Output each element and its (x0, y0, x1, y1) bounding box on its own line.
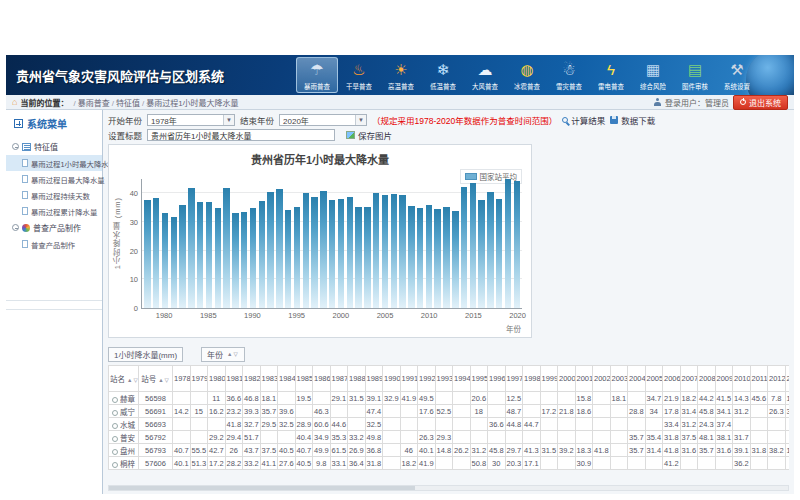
toolbar-item-wind[interactable]: ☁大风普查 (464, 57, 506, 93)
start-year-select[interactable]: 1978年 ▼ (147, 114, 235, 126)
toolbar-item-hail[interactable]: ◍冰雹普查 (506, 57, 548, 93)
sidebar-item-0-3[interactable]: 暴雨过程累计降水量 (6, 203, 102, 219)
chart-bar-2008 (408, 206, 414, 308)
sidebar-group-1[interactable]: 普查产品制作 (6, 219, 102, 236)
save-image-button[interactable]: 保存图片 (346, 129, 392, 141)
horizontal-scrollbar[interactable] (108, 485, 789, 491)
row-radio-button[interactable] (112, 410, 118, 416)
year-header-2005[interactable]: 2005 (645, 366, 663, 392)
row-radio-button[interactable] (112, 397, 118, 403)
download-button[interactable]: 数据下载 (610, 114, 655, 126)
year-header-2002[interactable]: 2002 (593, 366, 611, 392)
toolbar-item-rainstorm[interactable]: ☂暴雨普查 (296, 57, 338, 93)
year-header-2013[interactable]: 2013 (785, 366, 789, 392)
row-radio-button[interactable] (112, 436, 118, 442)
row-radio-button[interactable] (112, 423, 118, 429)
value-cell: 44.8 (505, 418, 523, 431)
value-cell: 49.5 (418, 392, 436, 405)
collapse-toggle-icon[interactable] (12, 224, 19, 231)
year-header-1987[interactable]: 1987 (330, 366, 348, 392)
breadcrumb-segment[interactable]: 暴雨普查 (78, 99, 110, 108)
year-header-1989[interactable]: 1989 (365, 366, 383, 392)
value-cell (698, 457, 716, 470)
value-cell (470, 431, 488, 444)
year-header-1995[interactable]: 1995 (470, 366, 488, 392)
year-header-2010[interactable]: 2010 (733, 366, 751, 392)
breadcrumb-segment[interactable]: 特征值 (116, 99, 140, 108)
year-header-1996[interactable]: 1996 (488, 366, 506, 392)
year-header-2004[interactable]: 2004 (628, 366, 646, 392)
toolbar-item-snow[interactable]: ☃雪灾普查 (548, 57, 590, 93)
value-cell: 55.5 (190, 444, 208, 457)
toolbar-item-lightning[interactable]: ϟ雷电普查 (590, 57, 632, 93)
year-header-1979[interactable]: 1979 (190, 366, 208, 392)
chart-title-input[interactable] (147, 129, 335, 141)
year-header-1986[interactable]: 1986 (313, 366, 331, 392)
y-axis-label: 1小时降水量 (mm) (112, 197, 123, 269)
end-year-select[interactable]: 2020年 ▼ (279, 114, 367, 126)
breadcrumb-segment[interactable]: 暴雨过程1小时最大降水量 (146, 99, 238, 108)
year-header-2008[interactable]: 2008 (698, 366, 716, 392)
year-header-1998[interactable]: 1998 (523, 366, 541, 392)
station-name-header[interactable]: 站名▲▽ (109, 366, 139, 392)
sidebar-group-0[interactable]: 特征值 (6, 138, 102, 155)
year-header-2006[interactable]: 2006 (663, 366, 681, 392)
sidebar-header: 系统菜单 (6, 110, 102, 138)
value-cell (295, 405, 313, 418)
year-header-1988[interactable]: 1988 (348, 366, 366, 392)
toolbar-item-settings[interactable]: ⚒系统设置 (716, 57, 758, 93)
logout-button[interactable]: 退出系统 (733, 95, 788, 110)
y-tick-label: 30 (130, 218, 138, 227)
toolbar-item-risk[interactable]: ▦综合风险 (632, 57, 674, 93)
year-header-2011[interactable]: 2011 (750, 366, 768, 392)
value-cell (540, 457, 558, 470)
year-header-1980[interactable]: 1980 (208, 366, 226, 392)
year-header-1997[interactable]: 1997 (505, 366, 523, 392)
year-header-1992[interactable]: 1992 (418, 366, 436, 392)
year-header-1994[interactable]: 1994 (453, 366, 471, 392)
sort-arrows-icon[interactable]: ▲▽ (158, 377, 170, 383)
year-header-2012[interactable]: 2012 (768, 366, 786, 392)
year-header-2007[interactable]: 2007 (680, 366, 698, 392)
year-header-1999[interactable]: 1999 (540, 366, 558, 392)
calculate-button[interactable]: 计算结果 (562, 114, 605, 126)
toolbar-item-low-temp[interactable]: ❄低温普查 (422, 57, 464, 93)
row-radio-button[interactable] (112, 449, 118, 455)
year-header-1978[interactable]: 1978 (173, 366, 191, 392)
document-icon (22, 175, 28, 183)
value-cell: 30.9 (575, 457, 593, 470)
value-cell (558, 457, 576, 470)
download-label: 数据下载 (621, 114, 655, 126)
value-cell: 31.8 (750, 444, 768, 457)
year-header-2003[interactable]: 2003 (610, 366, 628, 392)
value-cell: 41.2 (663, 457, 681, 470)
year-header-1985[interactable]: 1985 (295, 366, 313, 392)
toolbar-item-drought[interactable]: ♨干旱普查 (338, 57, 380, 93)
year-header-2001[interactable]: 2001 (575, 366, 593, 392)
toolbar-item-high-temp[interactable]: ☀高温普查 (380, 57, 422, 93)
sort-arrows-icon[interactable]: ▲▽ (127, 377, 139, 383)
year-header-1981[interactable]: 1981 (225, 366, 243, 392)
year-header-1990[interactable]: 1990 (383, 366, 401, 392)
sidebar-item-1-0[interactable]: 普查产品制作 (6, 236, 102, 252)
year-header-1993[interactable]: 1993 (435, 366, 453, 392)
toolbar-item-map-review[interactable]: ▤图件审核 (674, 57, 716, 93)
row-radio-button[interactable] (112, 462, 118, 468)
year-header-1983[interactable]: 1983 (260, 366, 278, 392)
scrollbar-thumb[interactable] (109, 486, 415, 490)
station-id-header[interactable]: 站号▲▽ (139, 366, 173, 392)
year-header-2009[interactable]: 2009 (715, 366, 733, 392)
year-header-1982[interactable]: 1982 (243, 366, 261, 392)
sidebar-item-0-2[interactable]: 暴雨过程持续天数 (6, 187, 102, 203)
collapse-toggle-icon[interactable] (12, 143, 19, 150)
year-header-2000[interactable]: 2000 (558, 366, 576, 392)
value-cell: 43.7 (243, 444, 261, 457)
sidebar-item-0-1[interactable]: 暴雨过程日最大降水量 (6, 171, 102, 187)
sidebar-title: 系统菜单 (27, 116, 67, 131)
table-metric-control[interactable]: 1小时降水量(mm) (108, 347, 183, 362)
sidebar-item-0-0[interactable]: 暴雨过程1小时最大降水量 (6, 155, 102, 171)
year-header-1991[interactable]: 1991 (400, 366, 418, 392)
year-header-1984[interactable]: 1984 (278, 366, 296, 392)
chart-bar-1985 (206, 202, 212, 308)
table-sort-year-control[interactable]: 年份 ▲▽ (201, 347, 245, 362)
